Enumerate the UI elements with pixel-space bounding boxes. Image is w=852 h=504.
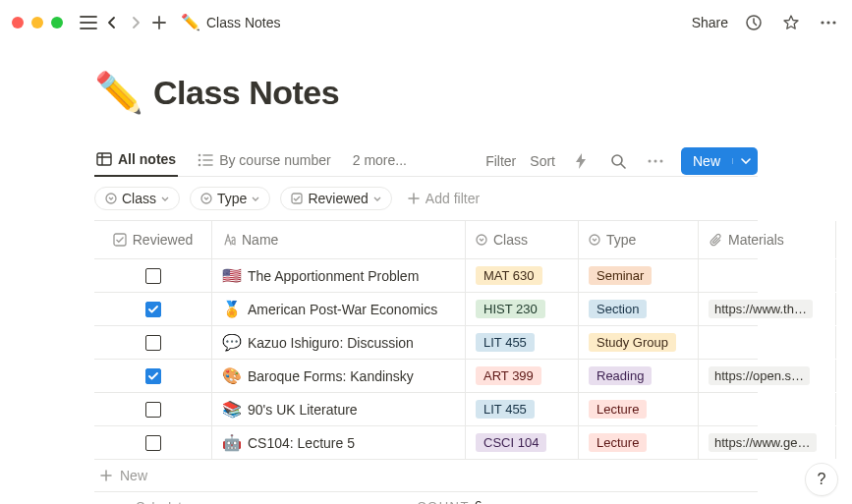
class-cell[interactable]: LIT 455	[466, 326, 579, 359]
materials-link[interactable]: https://www.ge…	[709, 433, 817, 452]
materials-cell[interactable]: https://www.ge…	[699, 426, 836, 459]
view-options-icon[interactable]	[644, 149, 667, 173]
automations-icon[interactable]	[569, 149, 593, 173]
reviewed-checkbox[interactable]	[145, 268, 161, 284]
type-cell[interactable]: Study Group	[579, 326, 699, 359]
row-title: Kazuo Ishiguro: Discussion	[248, 335, 414, 351]
materials-cell[interactable]	[699, 393, 836, 425]
sidebar-toggle-icon[interactable]	[77, 11, 100, 34]
materials-cell[interactable]	[699, 259, 836, 292]
new-button-dropdown[interactable]	[732, 158, 758, 164]
column-header-reviewed[interactable]: Reviewed	[94, 221, 212, 258]
page-icon[interactable]: ✏️	[94, 70, 143, 116]
topbar-actions: Share	[692, 11, 840, 34]
updates-icon[interactable]	[742, 11, 766, 34]
window-topbar: ✏️ Class Notes Share	[0, 0, 852, 44]
row-title: 90's UK Literature	[248, 402, 358, 418]
filter-chip-type[interactable]: Type	[190, 187, 270, 210]
add-row-button[interactable]: New	[94, 459, 758, 491]
help-button[interactable]: ?	[805, 463, 838, 496]
page-title: ✏️ Class Notes	[94, 70, 758, 116]
page-title-text[interactable]: Class Notes	[153, 74, 339, 112]
column-header-type[interactable]: Type	[579, 221, 699, 258]
chip-label: Type	[217, 191, 247, 206]
more-icon[interactable]	[817, 11, 840, 34]
type-cell[interactable]: Reading	[579, 360, 699, 392]
table-row[interactable]: 📚90's UK LiteratureLIT 455Lecture	[94, 392, 758, 425]
reviewed-checkbox[interactable]	[145, 302, 161, 317]
favorite-icon[interactable]	[779, 11, 803, 34]
new-page-icon[interactable]	[147, 11, 171, 34]
calculate-button[interactable]: Calculate	[136, 499, 200, 505]
count-display: COUNT 6	[417, 498, 482, 504]
svg-point-2	[826, 21, 829, 24]
attachment-icon	[709, 233, 722, 247]
svg-point-3	[832, 21, 835, 24]
filter-chip-class[interactable]: Class	[94, 187, 180, 210]
svg-point-11	[659, 159, 662, 162]
view-tab-all-notes[interactable]: All notes	[94, 145, 178, 177]
close-window-icon[interactable]	[12, 17, 24, 28]
view-tab-label: By course number	[219, 152, 331, 168]
row-title: Baroque Forms: Kandinsky	[248, 368, 414, 384]
materials-cell[interactable]	[699, 326, 836, 359]
class-cell[interactable]: HIST 230	[466, 293, 579, 325]
class-cell[interactable]: CSCI 104	[466, 426, 579, 459]
column-header-name[interactable]: Name	[212, 221, 466, 258]
reviewed-checkbox[interactable]	[145, 402, 161, 418]
share-button[interactable]: Share	[692, 15, 728, 30]
minimize-window-icon[interactable]	[31, 17, 43, 28]
table-row[interactable]: 🎨Baroque Forms: KandinskyART 399Readingh…	[94, 359, 758, 392]
materials-link[interactable]: https://www.th…	[709, 300, 813, 318]
search-icon[interactable]	[606, 149, 630, 173]
type-cell[interactable]: Lecture	[579, 426, 699, 459]
type-cell[interactable]: Section	[579, 293, 699, 325]
new-button[interactable]: New	[681, 147, 758, 175]
table-row[interactable]: 🏅American Post-War EconomicsHIST 230Sect…	[94, 292, 758, 325]
name-cell[interactable]: 🏅American Post-War Economics	[212, 293, 466, 325]
name-cell[interactable]: 🇺🇸The Apportionment Problem	[212, 259, 466, 292]
reviewed-cell	[94, 293, 212, 325]
table-row[interactable]: 💬Kazuo Ishiguro: DiscussionLIT 455Study …	[94, 325, 758, 359]
breadcrumb[interactable]: ✏️ Class Notes	[181, 13, 280, 31]
chevron-down-icon	[373, 196, 381, 201]
table-row[interactable]: 🤖CS104: Lecture 5CSCI 104Lecturehttps://…	[94, 425, 758, 459]
column-header-materials[interactable]: Materials	[699, 221, 836, 258]
materials-cell[interactable]: https://open.s…	[699, 360, 836, 392]
column-header-class[interactable]: Class	[466, 221, 579, 258]
svg-point-10	[653, 159, 656, 162]
maximize-window-icon[interactable]	[51, 17, 63, 28]
name-cell[interactable]: 🤖CS104: Lecture 5	[212, 426, 466, 459]
view-tab-by-course[interactable]: By course number	[196, 146, 333, 176]
type-cell[interactable]: Seminar	[579, 259, 699, 292]
materials-link[interactable]: https://open.s…	[709, 366, 810, 385]
chip-label: Class	[122, 191, 156, 206]
select-icon	[476, 234, 487, 246]
name-cell[interactable]: 🎨Baroque Forms: Kandinsky	[212, 360, 466, 392]
list-icon	[198, 153, 213, 167]
type-cell[interactable]: Lecture	[579, 393, 699, 425]
filter-chip-reviewed[interactable]: Reviewed	[280, 187, 391, 210]
row-icon: 🎨	[222, 366, 240, 385]
class-cell[interactable]: ART 399	[466, 360, 579, 392]
name-cell[interactable]: 📚90's UK Literature	[212, 393, 466, 425]
text-icon	[222, 234, 236, 246]
class-cell[interactable]: LIT 455	[466, 393, 579, 425]
add-filter-button[interactable]: Add filter	[408, 191, 480, 206]
class-cell[interactable]: MAT 630	[466, 259, 579, 292]
table-footer: Calculate COUNT 6	[94, 491, 758, 504]
table-row[interactable]: 🇺🇸The Apportionment ProblemMAT 630Semina…	[94, 258, 758, 292]
reviewed-checkbox[interactable]	[145, 368, 161, 384]
name-cell[interactable]: 💬Kazuo Ishiguro: Discussion	[212, 326, 466, 359]
nav-forward-icon[interactable]	[124, 11, 147, 34]
sort-button[interactable]: Sort	[530, 153, 555, 169]
reviewed-cell	[94, 426, 212, 459]
reviewed-checkbox[interactable]	[145, 435, 161, 451]
checkbox-icon	[291, 193, 303, 204]
view-tab-more[interactable]: 2 more...	[351, 146, 409, 176]
filter-button[interactable]: Filter	[485, 153, 516, 169]
class-tag: ART 399	[476, 366, 541, 385]
materials-cell[interactable]: https://www.th…	[699, 293, 836, 325]
reviewed-checkbox[interactable]	[145, 335, 161, 351]
nav-back-icon[interactable]	[100, 11, 124, 34]
